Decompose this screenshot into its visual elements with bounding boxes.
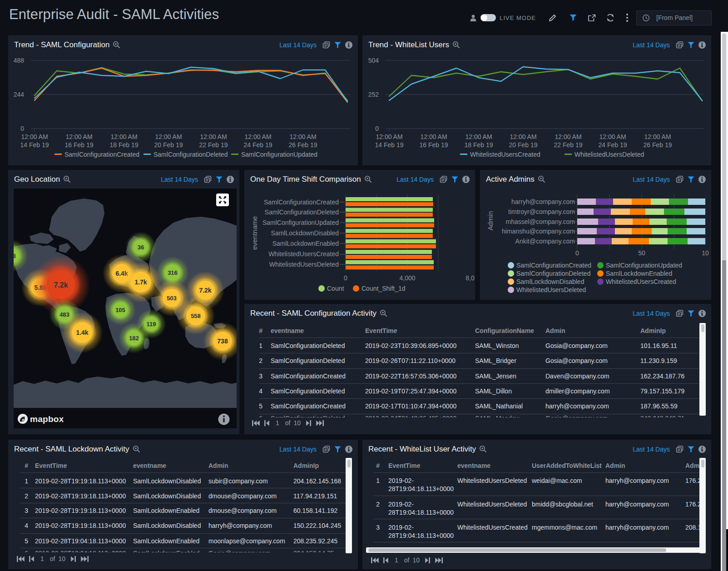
svg-text:8,0: 8,0 <box>466 274 475 282</box>
svg-text:WhitelistedUsersDeleted: WhitelistedUsersDeleted <box>574 151 644 158</box>
svg-text:Count: Count <box>327 285 344 292</box>
svg-text:105: 105 <box>115 307 125 313</box>
svg-text:119: 119 <box>147 321 156 328</box>
svg-text:14 Feb 19: 14 Feb 19 <box>20 141 49 149</box>
svg-text:252: 252 <box>368 91 379 98</box>
svg-text:4,000: 4,000 <box>399 274 415 282</box>
svg-text:SamlLockdownDisabled: SamlLockdownDisabled <box>516 278 584 285</box>
svg-text:12:00 AM: 12:00 AM <box>65 133 92 140</box>
svg-text:12:00 AM: 12:00 AM <box>644 133 671 140</box>
svg-text:10: 10 <box>702 249 709 257</box>
svg-text:8: 8 <box>14 253 16 259</box>
svg-text:Count_Shift_1d: Count_Shift_1d <box>362 285 406 292</box>
svg-text:1.4k: 1.4k <box>76 329 88 336</box>
svg-text:503: 503 <box>167 295 177 302</box>
svg-text:12:00 AM: 12:00 AM <box>21 133 48 140</box>
svg-text:WhitelistedUsersCreated: WhitelistedUsersCreated <box>470 151 540 158</box>
svg-text:timtroyr@company.com: timtroyr@company.com <box>508 208 575 215</box>
svg-text:504: 504 <box>368 57 379 64</box>
svg-text:12:00 AM: 12:00 AM <box>289 133 316 140</box>
svg-text:harryh@company.com: harryh@company.com <box>511 198 575 205</box>
svg-text:SamlConfigurationDeleted: SamlConfigurationDeleted <box>516 270 590 277</box>
svg-text:738: 738 <box>217 338 228 345</box>
svg-text:0: 0 <box>575 249 579 257</box>
svg-text:WhitelistedUsersCreated: WhitelistedUsersCreated <box>268 250 339 258</box>
svg-text:50: 50 <box>638 249 645 257</box>
svg-text:20 Feb 19: 20 Feb 19 <box>154 141 183 149</box>
svg-text:24 Feb 19: 24 Feb 19 <box>598 141 627 149</box>
svg-text:488: 488 <box>14 57 25 64</box>
svg-text:12:00 AM: 12:00 AM <box>110 133 137 140</box>
svg-text:mapbox: mapbox <box>30 414 64 424</box>
svg-text:12:00 AM: 12:00 AM <box>244 133 271 140</box>
svg-text:SamlLockdownEnabled: SamlLockdownEnabled <box>606 270 672 277</box>
svg-text:316: 316 <box>168 269 178 276</box>
svg-text:SamlConfigurationUpdated: SamlConfigurationUpdated <box>262 219 339 226</box>
svg-text:SamlConfigurationCreated: SamlConfigurationCreated <box>516 262 591 269</box>
svg-text:SamlLockdownEnabled: SamlLockdownEnabled <box>272 240 339 247</box>
svg-text:7.2k: 7.2k <box>199 287 211 294</box>
svg-text:0: 0 <box>375 125 379 132</box>
svg-text:18 Feb 19: 18 Feb 19 <box>464 141 493 149</box>
svg-text:244: 244 <box>14 91 25 98</box>
svg-text:12:00 AM: 12:00 AM <box>200 133 227 140</box>
svg-text:1.7k: 1.7k <box>134 278 147 286</box>
svg-text:SamlConfigurationDeleted: SamlConfigurationDeleted <box>265 209 339 216</box>
svg-text:eventname: eventname <box>251 216 258 250</box>
svg-text:18 Feb 19: 18 Feb 19 <box>109 141 138 149</box>
svg-text:7.2k: 7.2k <box>54 281 68 289</box>
svg-text:12:00 AM: 12:00 AM <box>555 133 581 140</box>
svg-text:558: 558 <box>191 313 201 319</box>
svg-text:SamlLockdownDisabled: SamlLockdownDisabled <box>271 229 339 237</box>
svg-text:SamlConfigurationUpdated: SamlConfigurationUpdated <box>606 262 682 269</box>
svg-text:16 Feb 19: 16 Feb 19 <box>419 141 448 149</box>
svg-text:SamlConfigurationCreated: SamlConfigurationCreated <box>264 199 339 206</box>
svg-text:24 Feb 19: 24 Feb 19 <box>243 141 272 149</box>
svg-text:483: 483 <box>59 311 69 318</box>
svg-text:0: 0 <box>20 125 24 132</box>
svg-text:22 Feb 19: 22 Feb 19 <box>554 141 582 149</box>
svg-text:12:00 AM: 12:00 AM <box>155 133 182 140</box>
svg-text:12:00 AM: 12:00 AM <box>465 133 492 140</box>
svg-text:SamlConfigurationCreated: SamlConfigurationCreated <box>64 151 139 158</box>
svg-text:14 Feb 19: 14 Feb 19 <box>375 141 403 149</box>
svg-text:SamlConfigurationUpdated: SamlConfigurationUpdated <box>241 151 317 158</box>
svg-text:12:00 AM: 12:00 AM <box>420 133 447 140</box>
svg-text:20 Feb 19: 20 Feb 19 <box>509 141 537 149</box>
svg-text:0: 0 <box>344 274 347 282</box>
svg-text:36: 36 <box>138 244 144 251</box>
svg-text:16 Feb 19: 16 Feb 19 <box>64 141 93 149</box>
svg-text:22 Feb 19: 22 Feb 19 <box>199 141 228 149</box>
svg-text:Ankit@company.com: Ankit@company.com <box>515 238 575 245</box>
svg-text:WhitelistedUsersDeleted: WhitelistedUsersDeleted <box>516 286 586 293</box>
svg-text:12:00 AM: 12:00 AM <box>376 133 402 140</box>
svg-text:182: 182 <box>129 335 139 342</box>
svg-text:12:00 AM: 12:00 AM <box>599 133 626 140</box>
svg-text:WhitelistedUsersCreated: WhitelistedUsersCreated <box>606 278 676 285</box>
svg-text:26 Feb 19: 26 Feb 19 <box>643 141 672 149</box>
svg-text:Admin: Admin <box>486 211 494 231</box>
svg-text:26 Feb 19: 26 Feb 19 <box>288 141 317 149</box>
svg-text:mhassel@company.com: mhassel@company.com <box>506 218 575 225</box>
svg-text:himanshu@company.com: himanshu@company.com <box>502 228 575 235</box>
svg-text:WhitelistedUsersDeleted: WhitelistedUsersDeleted <box>269 261 339 268</box>
svg-text:SamlConfigurationDeleted: SamlConfigurationDeleted <box>154 151 228 158</box>
svg-text:12:00 AM: 12:00 AM <box>510 133 536 140</box>
